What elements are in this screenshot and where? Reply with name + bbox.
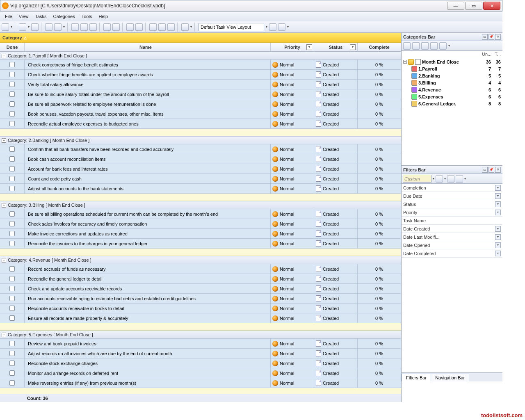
toolbar-button[interactable] [269,23,276,31]
filter-row[interactable]: Date Created [402,225,502,233]
toolbar-button[interactable] [103,23,111,31]
filter-dropdown-icon[interactable] [495,242,501,248]
filter-dropdown-icon[interactable] [495,210,501,215]
cat-tool-button[interactable] [403,42,411,50]
task-row[interactable]: Review and book prepaid invoicesNormalCr… [0,339,401,349]
panel-close-icon[interactable]: ✕ [495,34,501,40]
category-row[interactable]: −Category: 2.Banking [ Month End Close ] [0,136,401,144]
menu-tools[interactable]: Tools [78,13,96,20]
task-row[interactable]: Reconcile accounts receivable in books t… [0,304,401,313]
tab-filters[interactable]: Filters Bar [402,374,431,381]
tab-navigation[interactable]: Navigation Bar [431,374,469,381]
task-row[interactable]: Be sure to include salary totals under t… [0,89,401,99]
task-row[interactable]: Account for bank fees and interest rates… [0,164,401,174]
filter-dropdown-icon[interactable] [495,193,501,199]
collapse-icon[interactable]: − [2,54,6,58]
close-button[interactable]: ✕ [483,2,500,10]
task-row[interactable]: Confirm that all bank transfers have bee… [0,144,401,154]
done-checkbox[interactable] [9,211,15,217]
done-checkbox[interactable] [9,276,15,281]
maximize-button[interactable]: ▭ [465,2,482,10]
category-row[interactable]: −Category: 5.Expenses [ Month End Close … [0,331,401,339]
panel-pin-icon[interactable]: 📌 [488,167,494,173]
filter-dropdown-icon[interactable] [495,185,501,191]
tree-item[interactable]: 4.Revenue66 [402,86,502,93]
cat-tool-button[interactable] [412,42,420,50]
task-row[interactable]: Run accounts receivable aging to estimat… [0,294,401,304]
task-row[interactable]: Check whether fringe benefits are applie… [0,70,401,80]
done-checkbox[interactable] [9,380,15,386]
category-row[interactable]: −Category: 3.Billing [ Month End Close ] [0,201,401,209]
tree-root[interactable]: − Month End Close 3636 [402,58,502,65]
done-checkbox[interactable] [9,101,15,107]
filter-dropdown-icon[interactable] [495,201,501,207]
menu-help[interactable]: Help [95,13,111,20]
task-row[interactable]: Be sure all billing operations scheduled… [0,209,401,219]
done-checkbox[interactable] [9,91,15,97]
col-priority[interactable]: Priority [271,43,314,51]
done-checkbox[interactable] [9,315,15,321]
filter-row[interactable]: Date Opened [402,241,502,249]
col-complete[interactable]: Complete [358,43,401,51]
menu-file[interactable]: File [2,13,16,20]
done-checkbox[interactable] [9,341,15,346]
done-checkbox[interactable] [9,306,15,311]
done-checkbox[interactable] [9,62,15,67]
filter-row[interactable]: Task Name [402,217,502,225]
task-row[interactable]: Monitor and arrange records on deferred … [0,368,401,378]
panel-close-icon[interactable]: ✕ [495,167,501,173]
category-row[interactable]: −Category: 4.Revenue [ Month End Close ] [0,256,401,264]
task-row[interactable]: Reconcile the general ledger to detailNo… [0,274,401,284]
toolbar-button[interactable] [181,23,189,31]
toolbar-button[interactable] [126,23,134,31]
task-row[interactable]: Book bonuses, vacation payouts, travel e… [0,109,401,119]
filter-row[interactable]: Priority [402,208,502,217]
task-row[interactable]: Count and code petty cashNormalCreated0 … [0,174,401,184]
menu-tasks[interactable]: Tasks [32,13,50,20]
task-row[interactable]: Check and update accounts receivable rec… [0,284,401,294]
toolbar-button[interactable] [135,23,143,31]
task-row[interactable]: Book cash account reconciliation itemsNo… [0,154,401,164]
filter-row[interactable]: Date Last Modifi... [402,233,502,241]
category-row[interactable]: −Category: 1.Payroll [ Month End Close ] [0,52,401,60]
panel-button[interactable]: ▭ [482,167,488,173]
done-checkbox[interactable] [9,231,15,236]
panel-button[interactable]: ▭ [482,34,488,40]
done-checkbox[interactable] [9,156,15,162]
task-row[interactable]: Verify total salary allowanceNormalCreat… [0,80,401,89]
task-row[interactable]: Make invoice corrections and updates as … [0,229,401,239]
done-checkbox[interactable] [9,361,15,366]
filter-tool-button[interactable] [447,175,454,183]
col-status[interactable]: Status [314,43,358,51]
done-checkbox[interactable] [9,176,15,181]
menu-view[interactable]: View [16,13,32,20]
collapse-icon[interactable]: − [2,258,6,262]
filter-preset-selector[interactable] [403,175,431,183]
cat-tool-button[interactable] [439,42,447,50]
collapse-icon[interactable]: − [2,203,6,208]
cat-tool-button[interactable] [421,42,429,50]
done-checkbox[interactable] [9,82,15,87]
collapse-icon[interactable]: − [2,138,6,143]
toolbar-button[interactable] [71,23,79,31]
collapse-icon[interactable]: − [2,333,6,337]
menu-categories[interactable]: Categories [50,13,78,20]
done-checkbox[interactable] [9,241,15,246]
task-row[interactable]: Be sure all paperwork related to employe… [0,99,401,109]
toolbar-button[interactable] [158,23,166,31]
task-row[interactable]: Adjust records on all invoices which are… [0,349,401,358]
layout-selector[interactable] [199,23,264,31]
filter-dropdown-icon[interactable] [495,251,501,256]
task-row[interactable]: Reconcile the invoices to the charges in… [0,239,401,249]
task-row[interactable]: Make reversing entries (if any) from pre… [0,378,401,388]
done-checkbox[interactable] [9,296,15,301]
task-row[interactable]: Reconcile actual employee expenses to bu… [0,119,401,129]
task-row[interactable]: Check sales invoices for accuracy and ti… [0,219,401,229]
toolbar-button[interactable] [149,23,157,31]
tree-item[interactable]: 1.Payroll77 [402,65,502,72]
toolbar-button[interactable] [89,23,97,31]
tree-item[interactable]: 6.General Ledger.88 [402,100,502,107]
tree-item[interactable]: 3.Billing44 [402,79,502,86]
done-checkbox[interactable] [9,370,15,376]
filter-tool-button[interactable] [436,175,443,183]
